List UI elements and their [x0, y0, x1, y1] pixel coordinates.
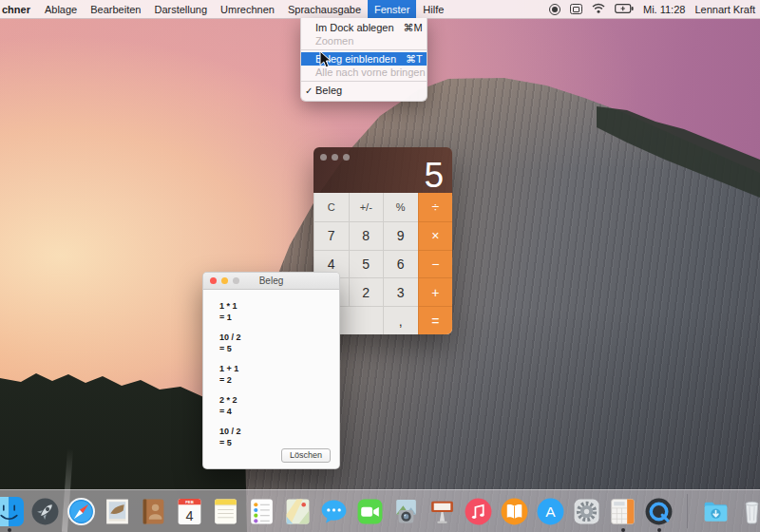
tape-entry: 10 / 2= 5 [219, 332, 332, 354]
record-indicator-icon[interactable] [549, 4, 560, 15]
tape-expression: 1 + 1 [219, 363, 332, 374]
dock-calculator-icon[interactable] [608, 497, 637, 526]
window-menu-items: Im Dock ablegen⌘MZoomenBeleg einblenden⌘… [301, 21, 427, 97]
calc-key-[interactable]: × [418, 221, 453, 250]
dock-downloads-icon[interactable] [701, 497, 731, 526]
menu-item-shortcut: ⌘M [404, 22, 423, 34]
dock-reminders-icon[interactable] [247, 497, 276, 526]
dock-system-preferences-icon[interactable] [572, 497, 601, 526]
screen-mirroring-icon[interactable] [570, 4, 582, 14]
dock-safari-icon[interactable] [66, 497, 96, 526]
calc-key-5[interactable]: 5 [349, 250, 384, 278]
minimize-button[interactable] [221, 277, 228, 284]
close-button[interactable] [320, 154, 327, 161]
menu-item-label: Beleg [315, 85, 408, 96]
calc-key-[interactable]: − [418, 250, 453, 278]
calculator-display: 5 [314, 147, 452, 193]
menu-item-alle-nach-vorne-bringen: Alle nach vorne bringen [301, 66, 427, 79]
dock-quicktime-icon[interactable] [644, 497, 674, 526]
tape-entry: 2 * 2= 4 [219, 394, 332, 417]
running-indicator [657, 528, 661, 532]
svg-text:4: 4 [185, 507, 193, 522]
calc-key-6[interactable]: 6 [383, 250, 418, 278]
tape-entry: 10 / 2= 5 [219, 426, 332, 448]
minimize-button[interactable] [332, 154, 338, 161]
menu-item-zoomen: Zoomen [301, 34, 427, 48]
menu-item-label: Im Dock ablegen [315, 22, 394, 33]
menu-umrechnen[interactable]: Umrechnen [214, 0, 281, 18]
dock-keynote-icon[interactable] [428, 497, 457, 526]
calc-key-[interactable]: = [418, 306, 453, 334]
zoom-button [233, 277, 239, 284]
menu-item-label: Alle nach vorne bringen [315, 66, 426, 78]
calc-key-9[interactable]: 9 [383, 221, 418, 250]
calc-key-C[interactable]: C [314, 193, 349, 221]
dock-maps-icon[interactable] [283, 497, 313, 526]
dock-notes-icon[interactable] [211, 497, 240, 526]
calc-key-[interactable]: + [418, 277, 453, 306]
calc-key-[interactable]: ÷ [418, 193, 453, 221]
svg-text:FEB: FEB [185, 500, 194, 504]
dock-app-store-icon[interactable]: A [536, 497, 565, 526]
dock-mail-icon[interactable] [103, 497, 132, 526]
menu-bar-user[interactable]: Lennart Kraft [694, 4, 755, 15]
calc-key-[interactable]: , [383, 306, 418, 334]
tape-expression: 10 / 2 [219, 426, 332, 437]
window-menu-dropdown: Im Dock ablegen⌘MZoomenBeleg einblenden⌘… [300, 18, 428, 102]
running-indicator [621, 528, 625, 532]
dock-calendar-icon[interactable]: FEB4 [175, 497, 204, 526]
dock-ibooks-icon[interactable] [500, 497, 529, 526]
menu-item-im-dock-ablegen[interactable]: Im Dock ablegen⌘M [301, 21, 427, 34]
menu-darstellung[interactable]: Darstellung [147, 0, 214, 18]
dock-items: FEB4A [0, 494, 760, 528]
dock-itunes-icon[interactable] [464, 497, 493, 526]
menu-app-name[interactable]: chner [0, 0, 38, 18]
dock-separator [687, 494, 688, 528]
wifi-icon[interactable] [592, 3, 605, 15]
menu-bar: chner AblageBearbeitenDarstellungUmrechn… [0, 0, 760, 19]
tape-expression: 2 * 2 [219, 394, 332, 406]
menu-fenster[interactable]: Fenster [368, 0, 416, 18]
svg-text:A: A [545, 504, 556, 520]
calc-key-3[interactable]: 3 [383, 277, 418, 306]
tape-window: Beleg 1 * 1= 110 / 2= 51 + 1= 22 * 2= 41… [202, 272, 340, 469]
calc-key-[interactable]: % [383, 193, 418, 221]
tape-result: = 1 [219, 312, 332, 323]
calc-key-2[interactable]: 2 [349, 277, 384, 306]
tape-titlebar[interactable]: Beleg [203, 273, 339, 290]
menu-item-beleg-einblenden[interactable]: Beleg einblenden⌘T [301, 52, 427, 66]
dock-launchpad-icon[interactable] [30, 497, 60, 526]
dock-contacts-icon[interactable] [139, 497, 168, 526]
close-button[interactable] [210, 277, 217, 284]
tape-entry: 1 * 1= 1 [219, 300, 332, 323]
menu-bar-clock[interactable]: Mi. 11:28 [643, 4, 685, 15]
running-indicator [8, 528, 11, 532]
menu-bar-status: Mi. 11:28 Lennart Kraft [549, 3, 760, 15]
calc-key-8[interactable]: 8 [349, 221, 384, 250]
menu-item-beleg[interactable]: ✓Beleg [301, 84, 427, 97]
dock-trash-icon[interactable] [737, 497, 760, 526]
dock-finder-icon[interactable] [0, 497, 24, 526]
clear-tape-button[interactable]: Löschen [281, 448, 331, 463]
zoom-button[interactable] [343, 154, 350, 161]
battery-charging-icon[interactable] [615, 4, 634, 15]
dock: FEB4A [0, 489, 760, 532]
menu-bar-menus: chner AblageBearbeitenDarstellungUmrechn… [0, 0, 450, 18]
menu-item-label: Zoomen [315, 35, 408, 47]
menu-sprachausgabe[interactable]: Sprachausgabe [281, 0, 368, 18]
tape-result: = 2 [219, 374, 332, 386]
menu-hilfe[interactable]: Hilfe [416, 0, 450, 18]
menu-separator [301, 81, 427, 82]
dock-photo-booth-icon[interactable] [391, 497, 421, 526]
calc-key-[interactable]: +/- [349, 193, 384, 221]
tape-result: = 5 [219, 343, 332, 354]
tape-entries: 1 * 1= 110 / 2= 51 + 1= 22 * 2= 410 / 2=… [203, 290, 339, 448]
calc-key-7[interactable]: 7 [314, 221, 349, 250]
tape-result: = 4 [219, 406, 332, 417]
tape-window-title: Beleg [259, 276, 284, 286]
checkmark-icon: ✓ [305, 86, 314, 96]
dock-messages-icon[interactable] [319, 497, 349, 526]
dock-facetime-icon[interactable] [355, 497, 385, 526]
menu-bearbeiten[interactable]: Bearbeiten [84, 0, 147, 18]
menu-ablage[interactable]: Ablage [38, 0, 84, 18]
